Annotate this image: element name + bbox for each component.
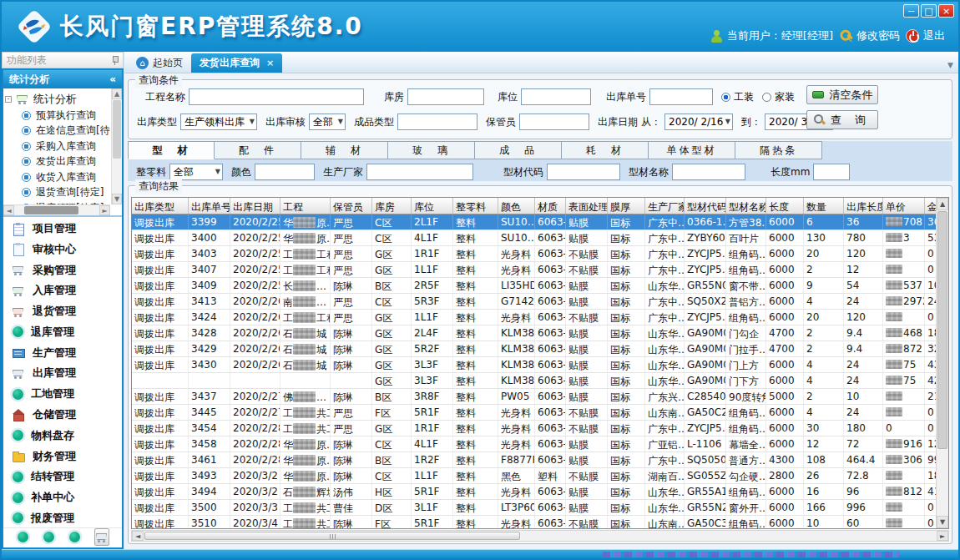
scroll-right-icon[interactable]: ► — [99, 205, 110, 215]
material-tab-辅材[interactable]: 辅 材 — [301, 141, 388, 159]
module-dot-icon[interactable] — [18, 532, 28, 542]
column-header-膜厚[interactable]: 膜厚 — [608, 198, 645, 214]
scrollbar-thumb[interactable] — [144, 532, 520, 540]
date-from-picker[interactable]: 2020/ 2/16 ▼ — [664, 114, 733, 130]
column-header-单价[interactable]: 单价 — [883, 198, 925, 214]
column-header-保管员[interactable]: 保管员 — [331, 198, 372, 214]
scroll-down-icon[interactable]: ▼ — [937, 516, 948, 528]
scrollbar-thumb[interactable] — [24, 206, 78, 214]
warehouse-input[interactable] — [407, 88, 484, 105]
sidebar-item-入库管理[interactable]: 入库管理 — [12, 283, 120, 298]
table-row[interactable]: 调拨出库34372020/2/27佛…陈琳B区3R8F整料PW056063-T5… — [132, 389, 936, 405]
sidebar-item-审核中心[interactable]: 审核中心 — [12, 242, 120, 257]
column-header-数量[interactable]: 数量 — [804, 198, 844, 214]
section-header-statistics[interactable]: 统计分析 « — [3, 70, 122, 88]
column-header-材质[interactable]: 材质 — [535, 198, 566, 214]
maximize-button[interactable]: □ — [921, 4, 937, 18]
grid-horizontal-scrollbar[interactable]: ◄ ► — [131, 530, 949, 542]
table-row[interactable]: 调拨出库35002020/3/3工共工程曹佳D区3L1F整料LT3P606063… — [132, 500, 936, 516]
search-button[interactable]: 查 询 — [806, 110, 878, 129]
sidebar-item-项目管理[interactable]: 项目管理 — [12, 221, 120, 236]
column-header-出库单号[interactable]: 出库单号 — [189, 198, 230, 214]
column-header-颜色[interactable]: 颜色 — [498, 198, 535, 214]
table-row[interactable]: 调拨出库34132020/2/26南…严思C区5R3F整料G714226063-… — [132, 294, 936, 310]
tab-shipment-outbound-query[interactable]: 发货出库查询 × — [191, 53, 282, 73]
sidebar-item-报废管理[interactable]: 报废管理 — [12, 511, 120, 526]
radio-jiazhuang[interactable]: 家装 — [762, 90, 795, 104]
sidebar-item-补单中心[interactable]: 补单中心 — [12, 490, 120, 505]
table-row[interactable]: 调拨出库34932020/3/2华原…陈琳C区1L1F整料黑色塑料不贴膜国标湖南… — [132, 468, 936, 484]
sidebar-item-财务管理[interactable]: 财务管理 — [12, 449, 120, 464]
table-row[interactable]: 调拨出库34292020/2/26石城陈琳G区5R2F整料KLM38176063… — [132, 341, 936, 357]
radio-gongzhuang[interactable]: 工装 — [721, 90, 754, 104]
tree-item[interactable]: 采购入库查询 — [5, 139, 110, 154]
scroll-up-icon[interactable]: ▲ — [937, 198, 948, 210]
tab-overflow-icon[interactable]: ▼ — [947, 61, 953, 69]
close-button[interactable]: × — [938, 4, 954, 18]
logout-button[interactable]: 退出 — [906, 28, 945, 43]
column-header-长度[interactable]: 长度 — [766, 198, 804, 214]
audit-select[interactable]: 全部 ▼ — [309, 114, 346, 130]
table-row[interactable]: 调拨出库35102020/3/4工共工程陈琳F区5R1F整料光身料6063-T5… — [132, 516, 936, 528]
scroll-left-icon[interactable]: ◄ — [3, 205, 14, 215]
tree-item[interactable]: 收货入库查询 — [5, 169, 110, 185]
sidebar-item-工地管理[interactable]: 工地管理 — [12, 386, 120, 401]
scrollbar-thumb[interactable] — [113, 100, 121, 159]
pin-icon[interactable] — [111, 55, 119, 65]
table-row[interactable]: 调拨出库34582020/2/28华原…陈琳C区4L1F整料光身料6063-T5… — [132, 436, 936, 452]
column-header-表面处理[interactable]: 表面处理 — [566, 198, 608, 214]
table-row[interactable]: 调拨出库34302020/2/26石城陈琳G区3L3F整料KLM38176063… — [132, 357, 936, 373]
cart-module-button[interactable] — [94, 528, 109, 546]
column-header-整零料[interactable]: 整零料 — [453, 198, 498, 214]
column-header-出库日期[interactable]: 出库日期 — [230, 198, 280, 214]
tree-item[interactable]: 退货查询[待定] — [5, 185, 110, 201]
material-tab-耗材[interactable]: 耗 材 — [562, 141, 649, 159]
scroll-right-icon[interactable]: ► — [937, 531, 948, 541]
sidebar-item-出库管理[interactable]: 出库管理 — [12, 366, 120, 381]
change-password-button[interactable]: 修改密码 — [839, 28, 900, 43]
profile-name-input[interactable] — [672, 164, 745, 180]
sidebar-item-生产管理[interactable]: 生产管理 — [12, 346, 120, 361]
scroll-up-icon[interactable]: ▲ — [112, 88, 122, 99]
sidebar-item-退货管理[interactable]: 退货管理 — [12, 304, 120, 319]
tab-home[interactable]: ⌂ 起始页 — [128, 53, 191, 73]
table-row[interactable]: 调拨出库34942020/3/2石辉城汤伟H区5R1F整料光身料6063-T5贴… — [132, 484, 936, 500]
material-tab-配件[interactable]: 配 件 — [215, 141, 301, 159]
sidebar-item-退库管理[interactable]: 退库管理 — [12, 325, 120, 340]
table-row[interactable]: 调拨出库34032020/2/25工工程严思G区1R1F整料光身料6063-T5… — [132, 246, 936, 262]
profile-code-input[interactable] — [547, 164, 620, 180]
module-dot-icon[interactable] — [69, 532, 80, 542]
material-tab-玻璃[interactable]: 玻 璃 — [388, 141, 475, 159]
location-input[interactable] — [521, 88, 591, 105]
column-header-库房[interactable]: 库房 — [372, 198, 412, 214]
clear-conditions-button[interactable]: 清空条件 — [806, 85, 878, 104]
table-row[interactable]: 调拨出库34612020/2/28华原…陈琳B区1R2F整料F8877FT606… — [132, 452, 936, 468]
column-header-金额[interactable]: 金额 — [925, 198, 936, 214]
module-dot-icon[interactable] — [43, 532, 54, 542]
scrollbar-thumb[interactable] — [937, 211, 947, 449]
product-type-input[interactable] — [397, 114, 477, 130]
material-select[interactable]: 全部 ▼ — [169, 164, 223, 180]
column-header-型材名称[interactable]: 型材名称 — [726, 198, 766, 214]
minimize-button[interactable]: − — [903, 4, 919, 18]
keeper-input[interactable] — [519, 114, 589, 130]
collapse-icon[interactable]: « — [109, 73, 116, 85]
sidebar-item-仓储管理[interactable]: 仓储管理 — [12, 407, 120, 422]
tree-vertical-scrollbar[interactable]: ▲ ▼ — [111, 88, 122, 204]
length-input[interactable] — [813, 164, 850, 180]
sidebar-item-物料盘存[interactable]: 物料盘存 — [12, 428, 120, 443]
tree-horizontal-scrollbar[interactable]: ◄ ► — [3, 204, 110, 215]
column-header-型材代码[interactable]: 型材代码 — [685, 198, 726, 214]
sidebar-item-采购管理[interactable]: 采购管理 — [12, 263, 120, 278]
material-tab-单体型材[interactable]: 单体型材 — [649, 141, 735, 159]
material-tab-型材[interactable]: 型 材 — [128, 141, 215, 159]
grid-vertical-scrollbar[interactable]: ▲ ▼ — [936, 198, 948, 528]
table-row[interactable]: 调拨出库34092020/2/25长…陈琳B区2R5F整料LI35HD6063-… — [132, 278, 936, 294]
column-header-生产厂家[interactable]: 生产厂家 — [645, 198, 685, 214]
scroll-left-icon[interactable]: ◄ — [132, 531, 144, 541]
tree-item[interactable]: 预算执行查询 — [5, 108, 110, 124]
column-header-出库类型[interactable]: 出库类型 — [132, 198, 189, 214]
order-no-input[interactable] — [649, 88, 713, 105]
tree-expand-icon[interactable]: - — [5, 96, 12, 103]
table-row[interactable]: 调拨出库34072020/2/25工工程严思G区1L1F整料光身料6063-T5… — [132, 262, 936, 278]
